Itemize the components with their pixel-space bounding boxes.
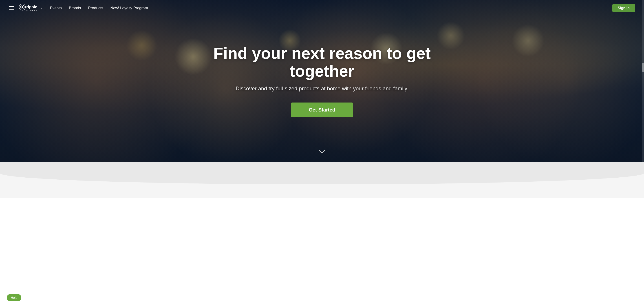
svg-text:STREET: STREET: [26, 10, 38, 12]
get-started-button[interactable]: Get Started: [291, 103, 354, 117]
svg-text:ripple: ripple: [26, 5, 37, 9]
hero-content: Find your next reason to get together Di…: [198, 45, 446, 117]
nav-links: Events Brands Products New! Loyalty Prog…: [50, 6, 612, 10]
logo[interactable]: ripple STREET ™: [18, 3, 42, 14]
nav-link-brands[interactable]: Brands: [69, 6, 81, 10]
hero-section: Find your next reason to get together Di…: [0, 0, 644, 162]
sign-in-button[interactable]: Sign In: [612, 4, 635, 12]
nav-link-events[interactable]: Events: [50, 6, 62, 10]
scroll-down-indicator[interactable]: [319, 149, 325, 156]
svg-text:™: ™: [40, 8, 42, 10]
navbar: ripple STREET ™ Events Brands Products N…: [0, 0, 644, 16]
scrollbar-thumb[interactable]: [642, 63, 644, 72]
svg-point-2: [22, 6, 23, 8]
scrollbar[interactable]: [642, 0, 644, 162]
nav-link-products[interactable]: Products: [88, 6, 103, 10]
hero-title: Find your next reason to get together: [203, 45, 441, 80]
hamburger-menu[interactable]: [9, 6, 14, 10]
below-fold-section: [0, 162, 644, 198]
hero-subtitle: Discover and try full-sized products at …: [203, 85, 441, 92]
nav-link-loyalty[interactable]: New! Loyalty Program: [110, 6, 148, 10]
